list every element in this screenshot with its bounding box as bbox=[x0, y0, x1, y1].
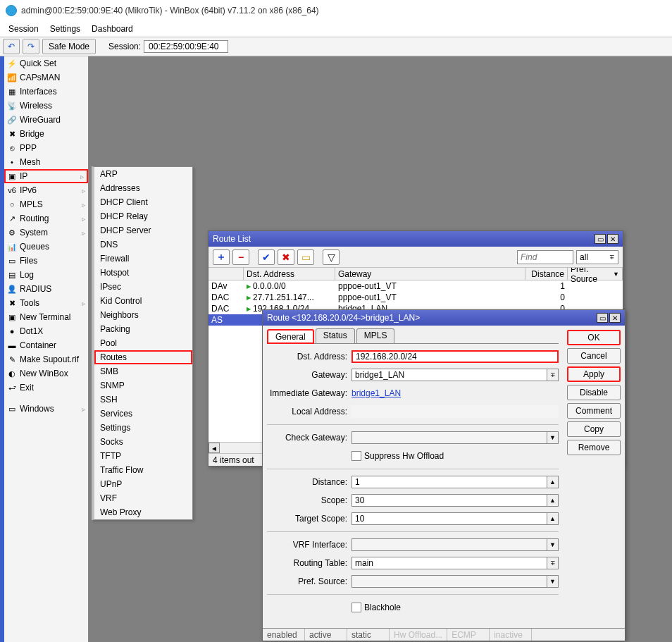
sidebar-item-windows[interactable]: ▭Windows▹ bbox=[4, 402, 88, 416]
submenu-item-smb[interactable]: SMB bbox=[94, 364, 192, 378]
submenu-item-dhcp-server[interactable]: DHCP Server bbox=[94, 223, 192, 237]
safe-mode-button[interactable]: Safe Mode bbox=[42, 39, 96, 54]
remove-button[interactable]: − bbox=[232, 249, 249, 265]
distance-spinner-icon[interactable]: ▲ bbox=[547, 476, 559, 488]
submenu-item-settings[interactable]: Settings bbox=[94, 421, 192, 435]
submenu-item-socks[interactable]: Socks bbox=[94, 435, 192, 449]
scope-input[interactable]: 30 bbox=[351, 494, 547, 507]
submenu-item-snmp[interactable]: SNMP bbox=[94, 378, 192, 393]
sidebar-item-radius[interactable]: 👤RADIUS bbox=[4, 282, 88, 296]
tscope-spinner-icon[interactable]: ▲ bbox=[547, 512, 559, 525]
undo-button[interactable]: ↶ bbox=[3, 39, 20, 54]
scroll-left-icon[interactable]: ◂ bbox=[209, 443, 220, 453]
gateway-input[interactable]: bridge1_LAN bbox=[351, 369, 547, 381]
tab-status[interactable]: Status bbox=[316, 328, 355, 343]
sidebar-item-quick-set[interactable]: ⚡Quick Set bbox=[4, 56, 88, 70]
sidebar-item-new-terminal[interactable]: ▣New Terminal bbox=[4, 310, 88, 324]
scope-spinner-icon[interactable]: ▲ bbox=[547, 494, 559, 507]
filter-button[interactable]: ▽ bbox=[323, 249, 340, 265]
immediate-gateway-link[interactable]: bridge1_LAN bbox=[351, 388, 401, 398]
submenu-item-arp[interactable]: ARP bbox=[94, 167, 192, 181]
vrf-input[interactable] bbox=[351, 538, 547, 551]
sidebar-item-files[interactable]: ▭Files bbox=[4, 254, 88, 268]
sidebar-item-exit[interactable]: ⮐Exit bbox=[4, 381, 88, 395]
remove-button[interactable]: Remove bbox=[567, 440, 621, 455]
sidebar-item-log[interactable]: ▤Log bbox=[4, 268, 88, 282]
col-pref-source[interactable]: Pref. Source▼ bbox=[568, 268, 623, 280]
sidebar-item-dot1x[interactable]: ●Dot1X bbox=[4, 324, 88, 338]
submenu-item-dhcp-client[interactable]: DHCP Client bbox=[94, 195, 192, 209]
pref-source-input[interactable] bbox=[351, 575, 547, 588]
submenu-item-ssh[interactable]: SSH bbox=[94, 393, 192, 407]
submenu-item-addresses[interactable]: Addresses bbox=[94, 181, 192, 195]
target-scope-input[interactable]: 10 bbox=[351, 512, 547, 525]
col-distance[interactable]: Distance bbox=[525, 268, 568, 280]
sidebar-item-ip[interactable]: ▣IP▹ bbox=[4, 169, 88, 183]
psrc-arrow-icon[interactable]: ▼ bbox=[547, 575, 559, 588]
submenu-item-dhcp-relay[interactable]: DHCP Relay bbox=[94, 209, 192, 223]
table-row[interactable]: DAC▶27.71.251.147...pppoe-out1_VT0 bbox=[209, 292, 623, 303]
check-gateway-input[interactable] bbox=[351, 431, 547, 444]
route-list-titlebar[interactable]: Route List ▭ ✕ bbox=[209, 231, 623, 247]
apply-button[interactable]: Apply bbox=[567, 366, 621, 382]
sidebar-item-ipv6[interactable]: v6IPv6▹ bbox=[4, 183, 88, 197]
close-icon[interactable]: ✕ bbox=[609, 313, 621, 323]
col-dst[interactable]: Dst. Address bbox=[244, 268, 335, 280]
disable-button[interactable]: Disable bbox=[567, 385, 621, 400]
submenu-item-upnp[interactable]: UPnP bbox=[94, 477, 192, 491]
sidebar-item-routing[interactable]: ↗Routing▹ bbox=[4, 211, 88, 226]
minimize-icon[interactable]: ▭ bbox=[597, 313, 608, 323]
sidebar-item-system[interactable]: ⚙System▹ bbox=[4, 226, 88, 240]
submenu-item-services[interactable]: Services bbox=[94, 407, 192, 421]
filter-select[interactable]: all∓ bbox=[576, 250, 618, 264]
dst-address-input[interactable]: 192.168.20.0/24 bbox=[351, 350, 559, 363]
routing-table-input[interactable]: main bbox=[351, 557, 547, 569]
gateway-dropdown-icon[interactable]: ∓ bbox=[547, 369, 559, 381]
add-button[interactable]: ＋ bbox=[213, 249, 230, 265]
check-gateway-arrow-icon[interactable]: ▼ bbox=[547, 431, 559, 444]
sidebar-item-queues[interactable]: 📊Queues bbox=[4, 240, 88, 254]
enable-button[interactable]: ✔ bbox=[258, 249, 275, 265]
submenu-item-packing[interactable]: Packing bbox=[94, 322, 192, 336]
submenu-item-hotspot[interactable]: Hotspot bbox=[94, 266, 192, 280]
submenu-item-ipsec[interactable]: IPsec bbox=[94, 280, 192, 294]
sidebar-item-mpls[interactable]: ○MPLS▹ bbox=[4, 197, 88, 211]
submenu-item-kid-control[interactable]: Kid Control bbox=[94, 294, 192, 308]
vrf-arrow-icon[interactable]: ▼ bbox=[547, 538, 559, 551]
redo-button[interactable]: ↷ bbox=[23, 39, 39, 54]
tab-mpls[interactable]: MPLS bbox=[356, 328, 395, 343]
rtable-dropdown-icon[interactable]: ∓ bbox=[547, 557, 559, 569]
comment-button[interactable]: ▭ bbox=[297, 249, 314, 265]
submenu-item-neighbors[interactable]: Neighbors bbox=[94, 308, 192, 322]
menu-dashboard[interactable]: Dashboard bbox=[86, 23, 139, 35]
sidebar-item-bridge[interactable]: ✖Bridge bbox=[4, 127, 88, 141]
submenu-item-routes[interactable]: Routes bbox=[94, 350, 192, 364]
suppress-hw-checkbox[interactable] bbox=[351, 451, 361, 461]
find-input[interactable] bbox=[517, 250, 573, 264]
sidebar-item-wireguard[interactable]: 🔗WireGuard bbox=[4, 113, 88, 127]
submenu-item-vrf[interactable]: VRF bbox=[94, 491, 192, 505]
tab-general[interactable]: General bbox=[267, 329, 314, 344]
menu-settings[interactable]: Settings bbox=[44, 23, 86, 35]
copy-button[interactable]: Copy bbox=[567, 421, 621, 437]
submenu-item-web-proxy[interactable]: Web Proxy bbox=[94, 505, 192, 519]
minimize-icon[interactable]: ▭ bbox=[595, 234, 606, 244]
sidebar-item-capsman[interactable]: 📶CAPsMAN bbox=[4, 70, 88, 85]
submenu-item-tftp[interactable]: TFTP bbox=[94, 449, 192, 463]
distance-input[interactable]: 1 bbox=[351, 476, 547, 488]
col-gateway[interactable]: Gateway bbox=[335, 268, 525, 280]
sidebar-item-ppp[interactable]: ⎋PPP bbox=[4, 141, 88, 155]
cancel-button[interactable]: Cancel bbox=[567, 348, 621, 364]
sidebar-item-container[interactable]: ▬Container bbox=[4, 338, 88, 352]
close-icon[interactable]: ✕ bbox=[607, 234, 618, 244]
sidebar-item-make-supout.rif[interactable]: ✎Make Supout.rif bbox=[4, 352, 88, 366]
sidebar-item-interfaces[interactable]: ▦Interfaces bbox=[4, 85, 88, 99]
local-address-input[interactable] bbox=[351, 405, 559, 418]
submenu-item-dns[interactable]: DNS bbox=[94, 237, 192, 252]
menu-session[interactable]: Session bbox=[3, 23, 44, 35]
sidebar-item-tools[interactable]: ✖Tools▹ bbox=[4, 296, 88, 310]
ok-button[interactable]: OK bbox=[567, 330, 621, 345]
submenu-item-firewall[interactable]: Firewall bbox=[94, 252, 192, 266]
comment-button[interactable]: Comment bbox=[567, 403, 621, 419]
disable-button[interactable]: ✖ bbox=[278, 249, 294, 265]
